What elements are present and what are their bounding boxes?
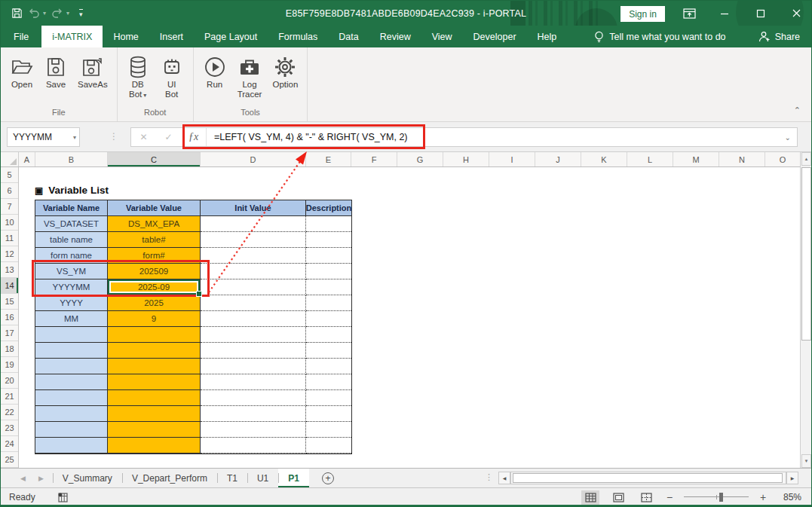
cell-init-value[interactable]: [201, 406, 306, 422]
log-tracer-button[interactable]: Log Tracer: [233, 52, 267, 100]
vertical-scrollbar[interactable]: ▲ ▼: [800, 152, 811, 468]
cell-variable-name[interactable]: [35, 390, 108, 406]
cell-variable-name[interactable]: [35, 359, 108, 374]
redo-dropdown-icon[interactable]: ▾: [66, 10, 69, 17]
column-header[interactable]: J: [535, 152, 581, 166]
save-icon[interactable]: [11, 8, 23, 19]
column-header[interactable]: M: [673, 152, 719, 166]
zoom-slider-thumb[interactable]: [719, 493, 723, 502]
horizontal-scrollbar[interactable]: [510, 472, 786, 484]
ribbon-tab[interactable]: Insert: [149, 26, 194, 47]
vertical-scrollbar-thumb[interactable]: [801, 167, 811, 341]
cell-description[interactable]: [306, 264, 351, 279]
row-header[interactable]: 7: [1, 199, 18, 215]
cell-variable-value[interactable]: table#: [108, 232, 201, 248]
cell-variable-value[interactable]: [108, 422, 201, 438]
cell-description[interactable]: [306, 311, 351, 327]
cell-init-value[interactable]: [201, 264, 306, 279]
column-header[interactable]: H: [443, 152, 489, 166]
ribbon-tab[interactable]: File: [1, 26, 41, 47]
cell-variable-value[interactable]: [108, 374, 201, 390]
cell-description[interactable]: [306, 216, 351, 232]
ribbon-tab[interactable]: Help: [527, 26, 568, 47]
header-init-value[interactable]: Init Value: [201, 200, 306, 216]
sheet-nav-left-icon[interactable]: ◀: [20, 475, 26, 482]
cell-variable-name[interactable]: form name: [35, 248, 108, 264]
row-header[interactable]: 22: [1, 405, 18, 420]
column-header[interactable]: D: [201, 152, 306, 166]
row-header[interactable]: 24: [1, 436, 18, 452]
cell-description[interactable]: [306, 359, 351, 374]
scroll-right-icon[interactable]: ▶: [786, 472, 798, 484]
cell-variable-value[interactable]: [108, 390, 201, 406]
scroll-down-icon[interactable]: ▼: [801, 454, 811, 468]
db-bot-button[interactable]: DB Bot▾: [122, 52, 154, 101]
cell-variable-name[interactable]: [35, 343, 108, 359]
row-header[interactable]: 20: [1, 373, 18, 389]
cell-init-value[interactable]: [201, 311, 306, 327]
insert-function-icon[interactable]: ƒx: [181, 131, 206, 143]
scroll-left-icon[interactable]: ◀: [498, 472, 510, 484]
customize-qat-icon[interactable]: ▾: [79, 9, 83, 18]
undo-dropdown-icon[interactable]: ▾: [43, 10, 46, 17]
column-header[interactable]: G: [397, 152, 443, 166]
tab-scrollbar-splitter-icon[interactable]: ⋮: [485, 472, 493, 482]
cell-variable-value[interactable]: [108, 406, 201, 422]
column-header[interactable]: B: [35, 152, 108, 166]
sheet-tab[interactable]: U1: [247, 469, 278, 487]
cell-init-value[interactable]: [201, 390, 306, 406]
cell-description[interactable]: [306, 248, 351, 264]
ribbon-tab[interactable]: Review: [369, 26, 421, 47]
cell-variable-value[interactable]: form#: [108, 248, 201, 264]
cell-description[interactable]: [306, 422, 351, 438]
cell-variable-name[interactable]: table name: [35, 232, 108, 248]
column-header[interactable]: I: [489, 152, 535, 166]
ribbon-display-options-icon[interactable]: [676, 1, 702, 26]
ribbon-tab[interactable]: View: [421, 26, 463, 47]
open-button[interactable]: Open: [5, 52, 38, 90]
cell-variable-value[interactable]: DS_MX_EPA: [108, 216, 201, 232]
cell-variable-value[interactable]: [108, 359, 201, 374]
row-header[interactable]: 15: [1, 294, 18, 310]
cell-variable-name[interactable]: VS_YM: [35, 264, 108, 279]
cell-description[interactable]: [306, 390, 351, 406]
zoom-in-icon[interactable]: +: [758, 491, 768, 503]
cell-description[interactable]: [306, 327, 351, 343]
cell-init-value[interactable]: [201, 359, 306, 374]
column-header[interactable]: F: [351, 152, 397, 166]
cell-description[interactable]: [306, 438, 351, 454]
cell-variable-name[interactable]: [35, 374, 108, 390]
add-sheet-icon[interactable]: +: [322, 472, 334, 484]
cell-variable-name[interactable]: [35, 327, 108, 343]
cell-description[interactable]: [306, 374, 351, 390]
header-variable-value[interactable]: Variable Value: [108, 200, 201, 216]
cell-variable-value[interactable]: [108, 327, 201, 343]
cell-description[interactable]: [306, 406, 351, 422]
cell-init-value[interactable]: [201, 232, 306, 248]
column-header[interactable]: L: [627, 152, 673, 166]
select-all-corner[interactable]: [1, 152, 19, 166]
cell-variable-value[interactable]: 2025-09: [108, 279, 201, 295]
row-header[interactable]: 16: [1, 310, 18, 325]
column-header[interactable]: O: [765, 152, 800, 166]
zoom-out-icon[interactable]: −: [665, 491, 674, 503]
tell-me-box[interactable]: Tell me what you want to do: [587, 26, 733, 47]
collapse-ribbon-icon[interactable]: ⌃: [794, 105, 801, 115]
cell-variable-value[interactable]: [108, 438, 201, 454]
cell-variable-value[interactable]: 202509: [108, 264, 201, 279]
cell-variable-value[interactable]: [108, 343, 201, 359]
sheet-tab[interactable]: V_Summary: [53, 469, 122, 487]
cell-variable-name[interactable]: VS_DATASET: [35, 216, 108, 232]
share-button[interactable]: Share: [747, 26, 811, 47]
ribbon-tab[interactable]: Developer: [463, 26, 527, 47]
column-header[interactable]: C: [108, 152, 201, 166]
cell-init-value[interactable]: [201, 248, 306, 264]
undo-icon[interactable]: [28, 8, 40, 19]
scroll-up-icon[interactable]: ▲: [801, 152, 811, 166]
close-button[interactable]: [783, 1, 809, 26]
page-layout-view-icon[interactable]: [609, 490, 627, 505]
cell-init-value[interactable]: [201, 327, 306, 343]
cell-variable-name[interactable]: [35, 422, 108, 438]
redo-icon[interactable]: [51, 8, 63, 19]
row-header[interactable]: 14: [1, 278, 18, 294]
